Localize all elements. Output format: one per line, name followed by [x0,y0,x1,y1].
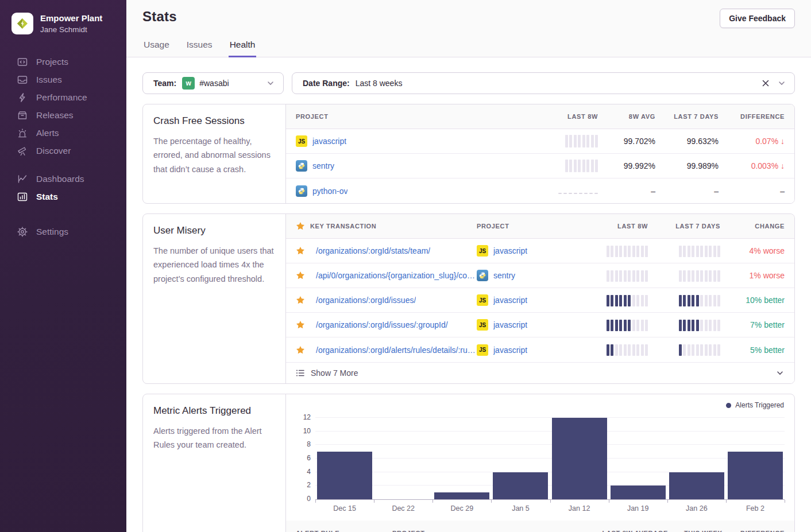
spark-bar [565,135,568,147]
transaction-link[interactable]: /organizations/:orgId/stats/team/ [316,246,430,255]
date-range-label: Date Range: [303,79,350,88]
sidebar: Empower Plant Jane Schmidt ProjectsIssue… [0,0,126,532]
project-link[interactable]: javascript [493,296,527,305]
spark-bar [645,344,648,356]
user-misery-description: User Misery The number of unique users t… [143,214,286,383]
transaction-link[interactable]: /api/0/organizations/{organization_slug}… [316,271,477,280]
legend-item[interactable]: Alerts Triggered [726,401,784,409]
transaction-link[interactable]: /organizations/:orgId/issues/ [316,296,416,305]
table-header-row: KEY TRANSACTIONPROJECTLAST 8WLAST 7 DAYS… [286,214,794,239]
project-cell: JSjavascript [477,245,576,257]
avg-8w-value: 99.702% [624,137,655,146]
y-axis-tick-label: 10 [292,427,311,435]
sidebar-item-stats[interactable]: Stats [0,188,126,205]
sparkline [558,189,598,194]
spark-bar [574,160,577,172]
tab-health[interactable]: Health [229,38,257,57]
column-header: CHANGE [755,223,785,230]
sidebar-item-performance[interactable]: Performance [0,88,126,106]
sidebar-item-alerts[interactable]: Alerts [0,124,126,142]
give-feedback-button[interactable]: Give Feedback [720,9,795,28]
star-icon[interactable] [296,320,305,329]
transaction-link[interactable]: /organizations/:orgId/alerts/rules/detai… [316,345,477,355]
sidebar-item-discover[interactable]: Discover [0,142,126,160]
crash-free-sessions-panel: Crash Free Sessions The percentage of he… [142,104,795,204]
star-icon[interactable] [296,271,305,280]
spark-bar [717,246,720,257]
sidebar-item-issues[interactable]: Issues [0,71,126,88]
spark-dash [584,193,588,194]
date-range-selector[interactable]: Date Range: Last 8 weeks [292,72,795,94]
project-link[interactable]: javascript [493,320,527,329]
spark-bar [628,320,631,331]
spark-bar [636,344,639,356]
spark-bar [717,295,720,306]
transaction-link[interactable]: /organizations/:orgId/issues/:groupId/ [316,320,448,329]
x-axis-tick-label: Dec 29 [432,504,491,512]
spark-bar [569,135,572,147]
spark-bar [700,270,703,282]
chart-bar [493,472,548,499]
org-avatar [11,13,33,34]
column-header: DIFFERENCE [740,530,785,532]
project-link[interactable]: sentry [312,161,334,170]
project-link[interactable]: javascript [312,137,346,146]
spark-bar [700,295,703,306]
sparkline-cell [679,293,721,308]
sidebar-item-label: Projects [36,57,68,67]
spark-dash [558,193,562,194]
clear-date-icon[interactable] [761,79,770,88]
project-link[interactable]: python-ov [312,187,347,196]
org-switcher[interactable]: Empower Plant Jane Schmidt [0,0,126,34]
spark-bar [713,270,716,282]
spark-bar [624,270,627,282]
sidebar-item-releases[interactable]: Releases [0,106,126,124]
spark-bar [611,344,613,356]
spark-bar [688,246,690,257]
x-axis-tick [785,500,785,503]
table-row: python-ov––– [286,178,794,203]
sidebar-item-projects[interactable]: Projects [0,53,126,71]
spark-bar [641,320,644,331]
team-selector[interactable]: Team: W #wasabi [142,72,284,94]
spark-bar [679,344,682,356]
chart-bar [317,452,372,499]
project-link[interactable]: sentry [493,271,515,280]
projects-icon [17,57,28,67]
show-more-button[interactable]: Show 7 More [286,362,794,383]
tab-issues[interactable]: Issues [186,38,214,57]
tab-usage[interactable]: Usage [142,38,171,57]
spark-bar [696,344,699,356]
sidebar-item-dashboards[interactable]: Dashboards [0,170,126,188]
project-link[interactable]: javascript [493,345,527,355]
app-root: Empower Plant Jane Schmidt ProjectsIssue… [0,0,811,532]
spark-bar [696,246,699,257]
metric-alerts-description: Metric Alerts Triggered Alerts triggered… [143,394,286,532]
spark-bar [578,160,581,172]
spark-bar [619,246,622,257]
spark-bar [709,320,712,331]
spark-bar [713,344,716,356]
panel-title: Metric Alerts Triggered [153,405,275,417]
stats-icon [17,192,28,202]
change-value: 4% worse [750,246,785,255]
sidebar-item-settings[interactable]: Settings [0,223,126,240]
x-axis-tick-label: Feb 2 [726,504,785,512]
y-axis-tick-label: 0 [292,495,311,503]
project-link[interactable]: javascript [493,246,527,255]
column-header: PROJECT [296,113,524,120]
performance-icon [17,92,28,103]
star-icon[interactable] [296,246,305,255]
spark-bar [619,270,622,282]
spark-dash [563,193,567,194]
spark-bar [615,246,618,257]
star-icon[interactable] [296,345,305,355]
chart-bar [669,472,724,499]
spark-bar [688,270,690,282]
nav-group: DashboardsStats [0,170,126,205]
sparkline [607,342,648,356]
nav-group: ProjectsIssuesPerformanceReleasesAlertsD… [0,53,126,160]
star-icon[interactable] [296,296,305,305]
panel-title: User Misery [153,225,275,236]
x-axis-tick [374,500,374,503]
